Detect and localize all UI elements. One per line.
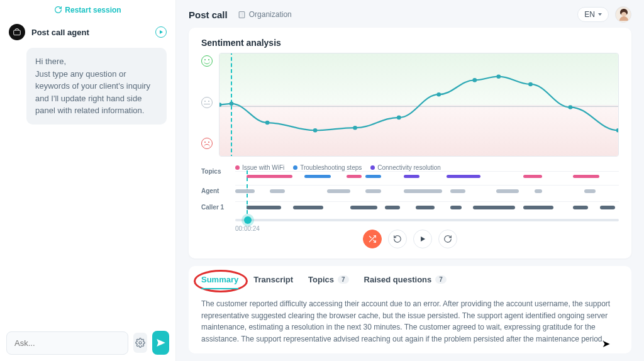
legend-label: Connectivity resolution bbox=[377, 164, 441, 171]
play-button[interactable] bbox=[413, 230, 432, 248]
restart-row: Restart session bbox=[0, 0, 175, 20]
forward-icon bbox=[443, 235, 452, 243]
svg-point-10 bbox=[397, 116, 401, 120]
avatar-illustration bbox=[616, 7, 631, 23]
segment[interactable] bbox=[473, 206, 515, 209]
legend-dot bbox=[235, 165, 240, 170]
svg-point-8 bbox=[313, 128, 318, 133]
legend-label: Issue with WiFi bbox=[242, 164, 284, 171]
legend-item: Connectivity resolution bbox=[370, 164, 441, 171]
legend-dot bbox=[370, 165, 375, 170]
caller-track: Caller 1 bbox=[201, 199, 619, 215]
segment[interactable] bbox=[304, 175, 331, 178]
segment[interactable] bbox=[404, 175, 419, 178]
topics-track: Topics Issue with WiFiTroubleshooting st… bbox=[201, 160, 619, 182]
svg-rect-0 bbox=[14, 30, 21, 35]
svg-point-9 bbox=[353, 126, 357, 130]
segment[interactable] bbox=[523, 206, 554, 209]
tab-label: Summary bbox=[201, 275, 238, 284]
restart-session-link[interactable]: Restart session bbox=[54, 6, 121, 14]
segment[interactable] bbox=[350, 206, 377, 209]
user-avatar[interactable] bbox=[615, 6, 631, 23]
segment[interactable] bbox=[347, 175, 362, 178]
segment[interactable] bbox=[385, 206, 400, 209]
svg-point-1 bbox=[139, 342, 142, 344]
send-icon bbox=[155, 337, 167, 348]
agent-body: Just type any question or keywords of yo… bbox=[35, 69, 150, 116]
play-icon bbox=[418, 235, 427, 243]
agent-track: Agent bbox=[201, 182, 619, 199]
sentiment-plot[interactable] bbox=[219, 53, 619, 157]
tab-summary[interactable]: Summary bbox=[201, 275, 238, 289]
tab-transcript[interactable]: Transcript bbox=[253, 275, 293, 289]
segment[interactable] bbox=[573, 175, 600, 178]
svg-point-11 bbox=[436, 92, 441, 97]
agent-greeting: Hi there, bbox=[35, 55, 158, 68]
org-label[interactable]: Organization bbox=[238, 10, 292, 19]
agent-title: Post call agent bbox=[31, 28, 149, 37]
tab-label: Raised questions bbox=[364, 275, 432, 284]
segment[interactable] bbox=[573, 206, 588, 209]
segment[interactable] bbox=[535, 189, 542, 193]
segment[interactable] bbox=[404, 189, 442, 193]
segment[interactable] bbox=[270, 189, 285, 193]
tab-badge: 7 bbox=[435, 275, 447, 284]
segment[interactable] bbox=[447, 175, 481, 178]
scrubber-thumb[interactable] bbox=[244, 216, 252, 224]
agent-run-icon[interactable] bbox=[155, 26, 167, 38]
settings-button[interactable] bbox=[133, 333, 147, 353]
rewind-button[interactable] bbox=[388, 230, 407, 248]
ask-input[interactable] bbox=[6, 331, 128, 355]
segment[interactable] bbox=[365, 189, 380, 193]
agent-avatar bbox=[9, 24, 25, 40]
svg-point-12 bbox=[472, 78, 477, 82]
segment[interactable] bbox=[235, 189, 255, 193]
segment[interactable] bbox=[247, 175, 292, 178]
send-button[interactable] bbox=[152, 331, 169, 355]
svg-point-6 bbox=[230, 102, 234, 106]
tabs-row: SummaryTranscriptTopics7Raised questions… bbox=[201, 275, 619, 289]
segment[interactable] bbox=[247, 206, 281, 209]
topics-bar[interactable] bbox=[235, 171, 619, 180]
summary-text: The customer reported difficulty accessi… bbox=[201, 298, 619, 345]
svg-point-5 bbox=[219, 103, 221, 107]
segment[interactable] bbox=[600, 206, 615, 209]
tab-badge: 7 bbox=[338, 275, 349, 284]
neutral-face-icon bbox=[201, 97, 213, 108]
shuffle-button[interactable] bbox=[363, 230, 382, 248]
playback-controls bbox=[201, 230, 619, 251]
tab-label: Topics bbox=[308, 275, 334, 284]
tab-topics[interactable]: Topics7 bbox=[308, 275, 349, 289]
page-title: Post call bbox=[189, 9, 228, 20]
caller-bar[interactable] bbox=[235, 201, 619, 213]
forward-button[interactable] bbox=[438, 230, 457, 248]
segment[interactable] bbox=[416, 206, 435, 209]
segment[interactable] bbox=[584, 189, 596, 193]
agent-header: Post call agent bbox=[0, 20, 175, 45]
chat-panel: Restart session Post call agent Hi there… bbox=[0, 0, 176, 361]
segment[interactable] bbox=[496, 189, 519, 193]
refresh-icon bbox=[54, 6, 62, 14]
legend-label: Troubleshooting steps bbox=[300, 164, 362, 171]
segment[interactable] bbox=[327, 189, 350, 193]
language-label: EN bbox=[584, 10, 595, 19]
language-select[interactable]: EN bbox=[577, 7, 609, 22]
main-panel: Post call Organization EN Sentime bbox=[176, 0, 644, 361]
tab-raised-questions[interactable]: Raised questions7 bbox=[364, 275, 447, 289]
timeline-scrubber[interactable] bbox=[235, 219, 619, 221]
top-bar: Post call Organization EN bbox=[189, 6, 631, 28]
segment[interactable] bbox=[523, 175, 543, 178]
segment[interactable] bbox=[365, 175, 380, 178]
legend-item: Troubleshooting steps bbox=[293, 164, 362, 171]
agent-bar[interactable] bbox=[235, 185, 619, 196]
segment[interactable] bbox=[450, 189, 465, 193]
svg-point-15 bbox=[569, 105, 573, 109]
segment[interactable] bbox=[293, 206, 324, 209]
segment[interactable] bbox=[450, 206, 462, 209]
chevron-down-icon bbox=[598, 13, 602, 16]
sentiment-card: Sentiment analysis Topics Issue with bbox=[189, 28, 631, 258]
timeline-tracks: Topics Issue with WiFiTroubleshooting st… bbox=[201, 160, 619, 215]
svg-point-16 bbox=[616, 128, 618, 133]
svg-point-7 bbox=[265, 121, 270, 125]
tab-label: Transcript bbox=[253, 275, 293, 284]
